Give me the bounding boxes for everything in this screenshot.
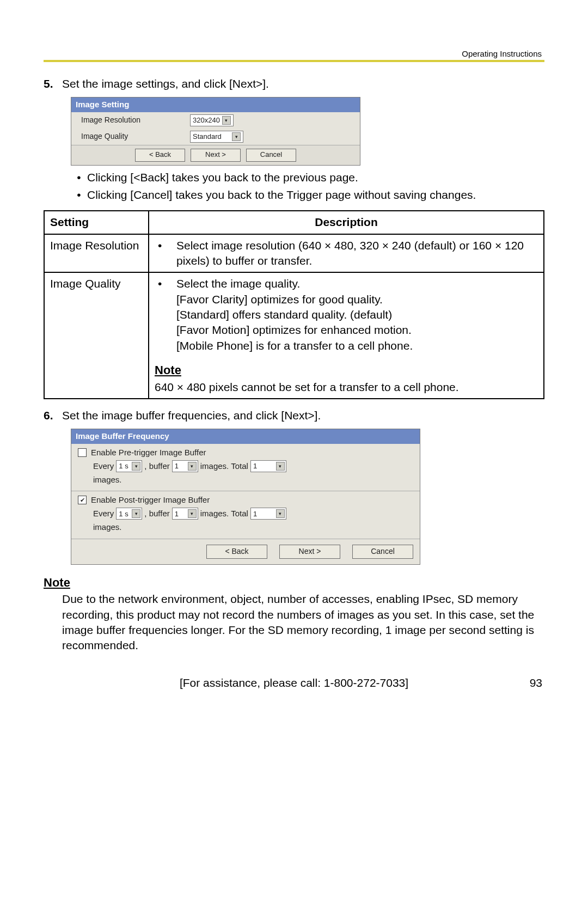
desc-text: [Standard] offers standard quality. (def…	[176, 307, 413, 322]
settings-table: Setting Description Image Resolution •Se…	[44, 210, 544, 399]
text-buffer: , buffer	[144, 461, 169, 472]
post-buffer-select[interactable]: 1▾	[172, 508, 198, 520]
image-resolution-select[interactable]: 320x240 ▾	[190, 114, 234, 126]
next-button[interactable]: Next >	[279, 545, 340, 559]
cell-description: •Select image resolution (640 × 480, 320…	[149, 234, 544, 273]
image-buffer-dialog: Image Buffer Frequency Enable Pre-trigge…	[71, 429, 420, 564]
back-button[interactable]: < Back	[206, 545, 267, 559]
cell-setting: Image Resolution	[44, 234, 149, 273]
text-every: Every	[93, 508, 114, 519]
post-interval-select[interactable]: 1 s▾	[116, 508, 142, 520]
post-total-select[interactable]: 1▾	[250, 508, 286, 520]
back-button[interactable]: < Back	[135, 149, 185, 162]
chevron-down-icon: ▾	[222, 116, 231, 125]
pre-trigger-checkbox[interactable]	[78, 448, 87, 457]
bullet-icon: •	[155, 276, 176, 353]
bullet-icon: •	[155, 238, 176, 269]
desc-text: Select the image quality.	[176, 276, 413, 291]
image-quality-label: Image Quality	[81, 131, 190, 142]
step-6-number: 6.	[44, 408, 62, 423]
pre-total-select[interactable]: 1▾	[250, 460, 286, 472]
cell-description: • Select the image quality. [Favor Clari…	[149, 272, 544, 399]
text-images-total: images. Total	[200, 508, 248, 519]
image-resolution-label: Image Resolution	[81, 115, 190, 125]
image-quality-select[interactable]: Standard ▾	[190, 131, 243, 143]
desc-text: Select image resolution (640 × 480, 320 …	[176, 238, 538, 269]
chevron-down-icon: ▾	[276, 509, 285, 518]
post-trigger-label: Enable Post-trigger Image Buffer	[91, 495, 210, 505]
chevron-down-icon: ▾	[132, 462, 140, 471]
image-resolution-value: 320x240	[193, 115, 220, 125]
bullet-icon: •	[71, 170, 87, 185]
footer-assistance: [For assistance, please call: 1-800-272-…	[78, 675, 510, 691]
step-6: 6. Set the image buffer frequencies, and…	[44, 408, 544, 423]
cell-setting: Image Quality	[44, 272, 149, 399]
step-5-bullets: •Clicking [<Back] takes you back to the …	[71, 170, 544, 203]
step-5-number: 5.	[44, 76, 62, 91]
step-5-text: Set the image settings, and click [Next>…	[62, 76, 544, 91]
image-setting-title: Image Setting	[71, 97, 360, 112]
desc-text: [Mobile Phone] is for a transfer to a ce…	[176, 338, 413, 353]
bullet-icon: •	[71, 187, 87, 203]
next-button[interactable]: Next >	[191, 149, 241, 162]
table-row: Image Quality • Select the image quality…	[44, 272, 544, 399]
text-every: Every	[93, 461, 114, 472]
th-description: Description	[149, 211, 544, 234]
cancel-button[interactable]: Cancel	[352, 545, 413, 559]
text-images-end: images.	[93, 474, 122, 485]
chevron-down-icon: ▾	[232, 132, 241, 141]
pre-buffer-select[interactable]: 1▾	[172, 460, 198, 472]
desc-text: [Favor Clarity] optimizes for good quali…	[176, 292, 413, 307]
chevron-down-icon: ▾	[188, 509, 197, 518]
note-heading: Note	[155, 362, 538, 379]
image-quality-value: Standard	[193, 132, 222, 142]
page-number: 93	[510, 675, 542, 691]
text-images-total: images. Total	[200, 461, 248, 472]
header-right: Operating Instructions	[462, 49, 542, 58]
chevron-down-icon: ▾	[276, 462, 285, 471]
bullet-text: Clicking [Cancel] takes you back to the …	[87, 187, 476, 203]
note-body: Due to the network environment, object, …	[62, 591, 544, 653]
bullet-text: Clicking [<Back] takes you back to the p…	[87, 170, 358, 185]
note-text: 640 × 480 pixels cannot be set for a tra…	[155, 380, 538, 395]
image-setting-dialog: Image Setting Image Resolution 320x240 ▾…	[71, 97, 360, 165]
chevron-down-icon: ▾	[132, 509, 140, 518]
chevron-down-icon: ▾	[188, 462, 197, 471]
text-images-end: images.	[93, 522, 122, 533]
table-row: Image Resolution •Select image resolutio…	[44, 234, 544, 273]
step-6-text: Set the image buffer frequencies, and cl…	[62, 408, 544, 423]
pre-trigger-label: Enable Pre-trigger Image Buffer	[91, 447, 206, 458]
note-heading: Note	[44, 575, 544, 591]
post-trigger-checkbox[interactable]: ✔	[78, 496, 87, 504]
image-buffer-title: Image Buffer Frequency	[71, 429, 420, 443]
cancel-button[interactable]: Cancel	[246, 149, 296, 162]
text-buffer: , buffer	[144, 508, 169, 519]
step-5: 5. Set the image settings, and click [Ne…	[44, 76, 544, 91]
th-setting: Setting	[44, 211, 149, 234]
gold-rule	[44, 60, 544, 62]
desc-text: [Favor Motion] optimizes for enhanced mo…	[176, 322, 413, 338]
pre-interval-select[interactable]: 1 s▾	[116, 460, 142, 472]
